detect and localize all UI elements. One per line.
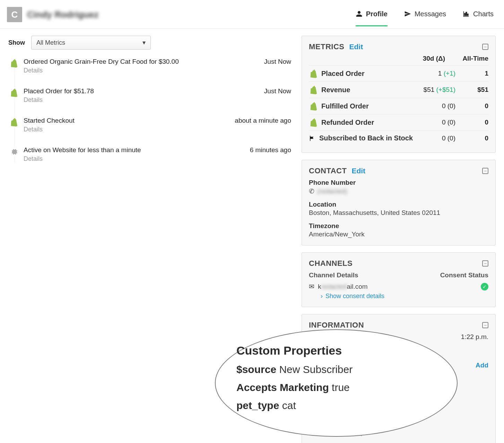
metric-label: Fulfilled Order	[321, 102, 369, 110]
collapse-icon[interactable]: −	[482, 260, 488, 267]
metric-all: 1	[455, 70, 488, 77]
activity-filter-row: Show All Metrics ▾	[8, 36, 291, 50]
callout-row: Accepts Marketing true	[236, 382, 436, 393]
phone-value: ✆ (redacted)	[309, 187, 488, 195]
metric-row: Placed Order 1 (+1) 1	[309, 65, 488, 81]
avatar: C	[7, 7, 22, 22]
flag-icon	[309, 135, 315, 141]
metric-30d: 0 (0)	[414, 102, 455, 110]
shopify-icon	[309, 69, 317, 78]
metric-all: $51	[455, 86, 488, 94]
activity-item: Started Checkout about a minute ago Deta…	[24, 117, 291, 133]
contact-panel: CONTACT Edit − Phone Number ✆ (redacted)…	[302, 160, 496, 245]
phone-label: Phone Number	[309, 179, 488, 186]
metrics-filter-select[interactable]: All Metrics ▾	[31, 36, 151, 50]
activity-item: Ordered Organic Grain-Free Dry Cat Food …	[24, 58, 291, 74]
activity-time: 6 minutes ago	[250, 146, 291, 154]
channel-email: kredactedail.com	[318, 283, 368, 290]
shopify-icon	[8, 58, 19, 68]
activity-title: Placed Order for $51.78	[24, 87, 94, 95]
metric-all: 0	[455, 134, 488, 142]
collapse-icon[interactable]: −	[482, 44, 488, 50]
activity-details-link[interactable]: Details	[24, 126, 291, 133]
envelope-icon: ✉	[309, 283, 314, 290]
consent-check-icon: ✓	[481, 283, 488, 290]
channels-col-details: Channel Details	[309, 271, 358, 279]
metrics-col-30d: 30d (Δ)	[403, 55, 445, 62]
activity-time: Just Now	[264, 87, 291, 95]
metric-label: Subscribed to Back in Stock	[319, 134, 413, 142]
activity-title: Ordered Organic Grain-Free Dry Cat Food …	[24, 58, 179, 66]
send-icon	[404, 10, 411, 17]
header-left: C Cindy Rodriguez	[7, 7, 99, 22]
metric-30d: 1 (+1)	[414, 70, 455, 77]
channels-panel: CHANNELS − Channel Details Consent Statu…	[302, 252, 496, 307]
timezone-value: America/New_York	[309, 231, 488, 238]
profile-name: Cindy Rodriguez	[27, 9, 99, 20]
nav-messages[interactable]: Messages	[404, 10, 446, 19]
activity-details-link[interactable]: Details	[24, 67, 291, 74]
activity-time: Just Now	[264, 58, 291, 66]
contact-edit-link[interactable]: Edit	[351, 167, 365, 175]
svg-rect-0	[464, 13, 466, 16]
metric-30d: 0 (0)	[414, 119, 455, 126]
metric-row: Refunded Order 0 (0) 0	[309, 114, 488, 130]
nav-charts[interactable]: Charts	[463, 10, 494, 19]
chart-icon	[463, 10, 470, 17]
callout-row: $source New Subscriber	[236, 364, 436, 375]
activity-details-link[interactable]: Details	[24, 155, 291, 163]
nav-profile[interactable]: Profile	[356, 10, 388, 19]
information-title: INFORMATION	[309, 321, 364, 330]
show-consent-link[interactable]: › Show consent details	[321, 293, 488, 300]
activity-time: about a minute ago	[235, 117, 291, 124]
callout-title: Custom Properties	[236, 344, 436, 357]
metric-row: Subscribed to Back in Stock 0 (0) 0	[309, 130, 488, 146]
nav-charts-label: Charts	[473, 10, 494, 18]
metric-label: Placed Order	[321, 70, 365, 78]
collapse-icon[interactable]: −	[482, 168, 488, 174]
activity-item: Placed Order for $51.78 Just Now Details	[24, 87, 291, 104]
filter-label: Show	[8, 39, 25, 46]
activity-title: Started Checkout	[24, 117, 75, 124]
contact-title: CONTACT	[309, 166, 347, 175]
callout-row: pet_type cat	[236, 400, 436, 411]
metric-30d: 0 (0)	[414, 134, 455, 142]
nav-messages-label: Messages	[415, 10, 446, 18]
nav-profile-label: Profile	[366, 10, 388, 18]
metric-all: 0	[455, 102, 488, 110]
shopify-icon	[8, 117, 19, 127]
header-nav: Profile Messages Charts	[356, 10, 494, 19]
timezone-label: Timezone	[309, 222, 488, 230]
svg-rect-2	[467, 14, 468, 16]
metric-row: Fulfilled Order 0 (0) 0	[309, 98, 488, 114]
channel-row: ✉ kredactedail.com ✓	[309, 283, 488, 290]
location-label: Location	[309, 201, 488, 208]
user-icon	[356, 10, 363, 17]
collapse-icon[interactable]: −	[482, 322, 488, 328]
metric-label: Refunded Order	[321, 119, 374, 127]
metric-all: 0	[455, 119, 488, 126]
metric-label: Revenue	[321, 86, 350, 94]
page-header: C Cindy Rodriguez Profile Messages Chart…	[0, 0, 504, 29]
activity-details-link[interactable]: Details	[24, 96, 291, 104]
activity-feed: Ordered Organic Grain-Free Dry Cat Food …	[8, 58, 291, 163]
metrics-col-alltime: All-Time	[455, 55, 488, 62]
channels-title: CHANNELS	[309, 259, 353, 268]
shopify-icon	[309, 102, 317, 111]
activity-title: Active on Website for less than a minute	[24, 146, 141, 154]
channels-col-consent: Consent Status	[440, 271, 488, 279]
metrics-edit-link[interactable]: Edit	[349, 43, 363, 51]
shopify-icon	[309, 118, 317, 127]
metric-row: Revenue $51 (+$51) $51	[309, 81, 488, 98]
shopify-icon	[309, 85, 317, 94]
custom-properties-callout: Custom Properties $source New Subscriber…	[215, 329, 458, 437]
svg-rect-1	[466, 12, 467, 16]
metric-30d: $51 (+$51)	[414, 86, 455, 94]
gears-icon	[8, 146, 19, 157]
chevron-down-icon: ▾	[142, 39, 146, 46]
metrics-panel: METRICS Edit − 30d (Δ) All-Time Placed O…	[302, 36, 496, 153]
filter-selected-value: All Metrics	[36, 39, 65, 46]
metrics-title: METRICS	[309, 42, 345, 51]
activity-item: Active on Website for less than a minute…	[24, 146, 291, 163]
shopify-icon	[8, 87, 19, 98]
